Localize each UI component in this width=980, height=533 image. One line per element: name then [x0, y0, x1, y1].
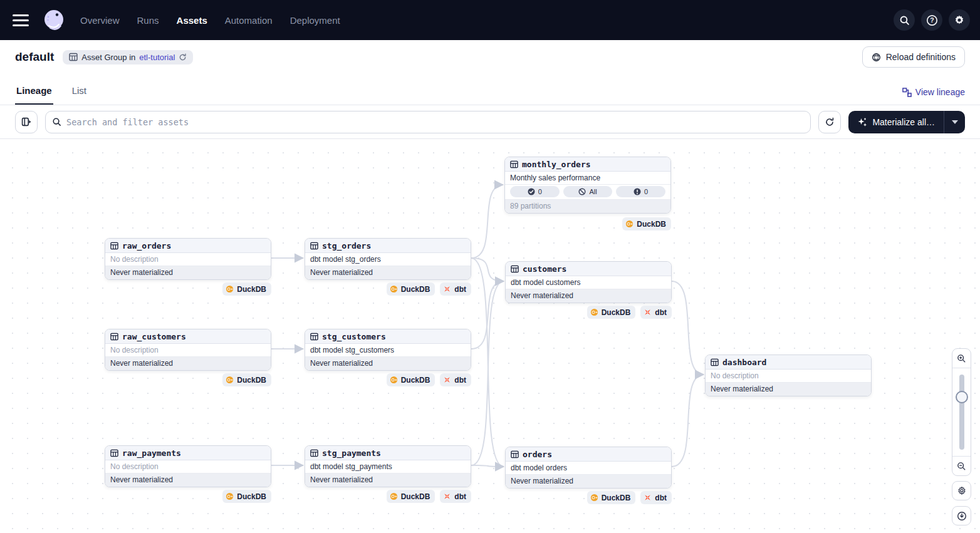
materialize-dropdown-button[interactable] [944, 111, 965, 133]
recenter-button[interactable] [952, 506, 971, 525]
primary-nav: OverviewRunsAssetsAutomationDeployment [80, 15, 340, 26]
svg-text:?: ? [930, 16, 934, 24]
code-location-link[interactable]: etl-tutorial [139, 53, 175, 62]
refresh-icon[interactable] [179, 53, 187, 61]
partition-badge-alert[interactable]: 0 [616, 186, 665, 197]
nav-item-automation[interactable]: Automation [225, 15, 273, 26]
asset-group-label: Asset Group in [81, 53, 135, 62]
asset-search-input[interactable] [66, 117, 804, 127]
tag-dbt[interactable]: dbt [440, 373, 471, 386]
asset-description: No description [105, 460, 271, 473]
graph-settings-button[interactable] [952, 481, 971, 500]
asset-name: raw_customers [122, 332, 186, 341]
asset-status: Never materialized [305, 266, 471, 279]
nav-item-assets[interactable]: Assets [177, 15, 207, 26]
settings-gear-icon[interactable] [949, 9, 970, 31]
asset-node-raw_payments[interactable]: raw_paymentsNo descriptionNever material… [105, 445, 271, 487]
asset-status: Never materialized [506, 475, 671, 488]
dbt-icon [443, 376, 451, 384]
asset-node-monthly_orders[interactable]: monthly_ordersMonthly sales performance0… [504, 157, 671, 214]
asset-node-customers[interactable]: customersdbt model customersNever materi… [505, 261, 672, 303]
asset-node-dashboard[interactable]: dashboardNo descriptionNever materialize… [705, 354, 872, 396]
asset-node-orders[interactable]: ordersdbt model ordersNever materialized [505, 447, 672, 489]
materialize-all-button[interactable]: Materialize all… [848, 111, 944, 133]
table-icon [310, 333, 318, 341]
table-icon [511, 265, 519, 273]
page-header: default Asset Group in etl-tutorial Relo… [0, 40, 980, 74]
tag-dbt[interactable]: dbt [440, 282, 471, 296]
edge-stg_payments-to-customers [471, 281, 504, 465]
asset-status: Never materialized [105, 357, 271, 370]
asset-node-header: stg_orders [305, 239, 471, 253]
table-icon [310, 242, 318, 250]
tab-lineage[interactable]: Lineage [15, 85, 53, 105]
duckdb-icon [625, 220, 633, 228]
asset-group-badge: Asset Group in etl-tutorial [63, 50, 193, 65]
asset-name: stg_customers [322, 332, 386, 341]
materialize-all-label: Materialize all… [872, 117, 935, 127]
table-icon [510, 160, 518, 168]
tag-label: DuckDB [401, 492, 430, 501]
duckdb-icon [390, 285, 398, 293]
asset-node-stg_orders[interactable]: stg_ordersdbt model stg_ordersNever mate… [305, 238, 471, 280]
partition-badge-slash[interactable]: All [563, 186, 613, 197]
partition-badge-check[interactable]: 0 [510, 186, 560, 197]
nav-item-overview[interactable]: Overview [80, 15, 120, 26]
tag-label: DuckDB [401, 285, 430, 294]
zoom-out-button[interactable] [952, 457, 971, 475]
help-icon[interactable]: ? [921, 9, 942, 31]
asset-tags-raw_orders: DuckDB [222, 282, 271, 296]
tag-label: DuckDB [637, 220, 666, 229]
edge-orders-to-dashboard [672, 375, 704, 467]
asset-description: dbt model stg_payments [305, 460, 471, 473]
tag-duckdb[interactable]: DuckDB [222, 282, 271, 296]
reload-definitions-button[interactable]: Reload definitions [862, 46, 965, 68]
tag-dbt[interactable]: dbt [640, 306, 672, 319]
asset-node-stg_payments[interactable]: stg_paymentsdbt model stg_paymentsNever … [305, 445, 471, 487]
asset-tags-stg_orders: DuckDBdbt [387, 282, 471, 296]
asset-node-stg_customers[interactable]: stg_customersdbt model stg_customersNeve… [305, 329, 471, 371]
tag-duckdb[interactable]: DuckDB [387, 490, 435, 503]
asset-description: dbt model customers [506, 276, 671, 289]
slash-circle-icon [578, 188, 586, 195]
lineage-graph-canvas[interactable]: monthly_ordersMonthly sales performance0… [0, 139, 980, 533]
tag-duckdb[interactable]: DuckDB [387, 282, 435, 296]
duckdb-icon [390, 492, 398, 500]
search-icon[interactable] [894, 9, 915, 31]
lineage-graph-icon [902, 88, 912, 97]
tag-duckdb[interactable]: DuckDB [387, 373, 435, 386]
tag-label: dbt [454, 492, 466, 501]
asset-tags-stg_payments: DuckDBdbt [387, 490, 471, 503]
asset-node-header: raw_payments [105, 446, 271, 460]
tag-duckdb[interactable]: DuckDB [587, 306, 636, 319]
tabs-row: LineageList View lineage [0, 74, 980, 105]
asset-description: dbt model orders [506, 462, 671, 475]
asset-node-header: raw_orders [105, 239, 271, 253]
zoom-slider-handle[interactable] [956, 391, 968, 403]
tag-duckdb[interactable]: DuckDB [622, 217, 671, 230]
tag-dbt[interactable]: dbt [640, 491, 672, 504]
tag-duckdb[interactable]: DuckDB [222, 490, 271, 503]
asset-tags-customers: DuckDBdbt [587, 306, 672, 319]
hamburger-menu-icon[interactable] [13, 14, 29, 26]
zoom-slider[interactable] [952, 368, 971, 457]
tag-duckdb[interactable]: DuckDB [222, 373, 271, 386]
table-icon [110, 333, 118, 341]
toggle-sidebar-button[interactable] [15, 111, 38, 133]
tag-duckdb[interactable]: DuckDB [587, 491, 636, 504]
nav-item-runs[interactable]: Runs [137, 15, 159, 26]
asset-name: raw_payments [122, 448, 181, 458]
check-circle-icon [528, 188, 535, 195]
refresh-assets-button[interactable] [818, 111, 841, 133]
edge-stg_orders-to-customers [471, 258, 504, 281]
asset-node-raw_orders[interactable]: raw_ordersNo descriptionNever materializ… [105, 238, 271, 280]
zoom-slider-track[interactable] [959, 375, 964, 450]
zoom-in-button[interactable] [952, 349, 971, 368]
tag-dbt[interactable]: dbt [440, 490, 471, 503]
nav-item-deployment[interactable]: Deployment [290, 15, 340, 26]
view-lineage-link[interactable]: View lineage [902, 87, 965, 105]
asset-node-raw_customers[interactable]: raw_customersNo descriptionNever materia… [105, 329, 271, 371]
dagster-logo[interactable] [43, 9, 65, 31]
tab-list[interactable]: List [71, 85, 88, 105]
table-icon [110, 242, 118, 250]
